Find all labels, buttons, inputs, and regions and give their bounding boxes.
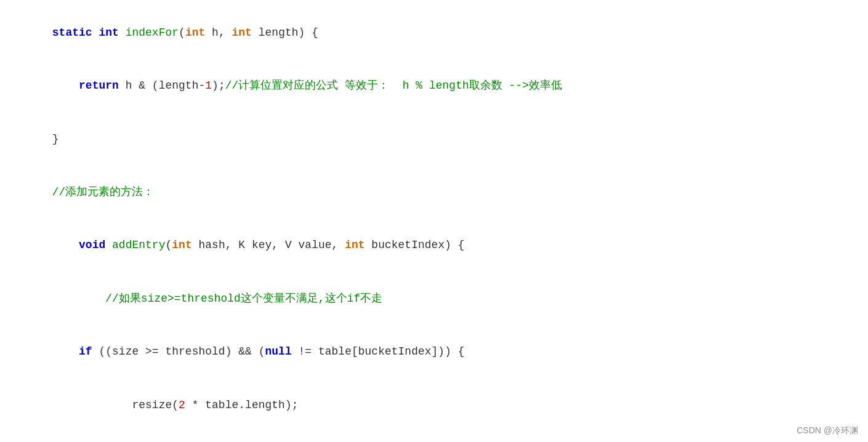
keyword-int-param2: int [232,26,252,39]
code-line-7: if ((size >= threshold) && (null != tabl… [0,325,868,378]
watermark: CSDN @冷环渊 [797,424,858,437]
keyword-null-1: null [265,345,292,358]
comment-1: //计算位置对应的公式 等效于： h % length取余数 -->效率低 [225,79,562,92]
keyword-return: return [79,79,119,92]
num-1: 1 [205,79,212,92]
comment-if-condition: //如果size>=threshold这个变量不满足,这个if不走 [105,292,382,305]
keyword-void-1: void [79,239,105,251]
fn-indexFor: indexFor [126,26,179,39]
keyword-int-1: int [98,26,118,39]
code-line-1: static int indexFor(int h, int length) { [0,6,868,59]
code-line-4: //添加元素的方法： [0,166,868,219]
keyword-int-hash: int [172,239,191,251]
num-2: 2 [179,399,185,411]
code-line-8: resize(2 * table.length); [0,379,868,432]
code-line-6: //如果size>=threshold这个变量不满足,这个if不走 [0,272,868,325]
comment-addEntry: //添加元素的方法： [52,186,155,198]
code-container: static int indexFor(int h, int length) {… [0,0,868,442]
fn-addEntry: addEntry [112,239,165,251]
code-line-2: return h & (length-1);//计算位置对应的公式 等效于： h… [0,59,868,112]
keyword-if: if [79,345,92,358]
code-line-5: void addEntry(int hash, K key, V value, … [0,219,868,272]
code-line-3: } [0,113,868,166]
keyword-int-bucketIndex: int [345,239,364,251]
keyword-static: static [52,26,92,39]
keyword-int-param1: int [185,26,205,39]
code-line-9: hash = (null != key) ? hash(key) : 0; [0,432,868,442]
